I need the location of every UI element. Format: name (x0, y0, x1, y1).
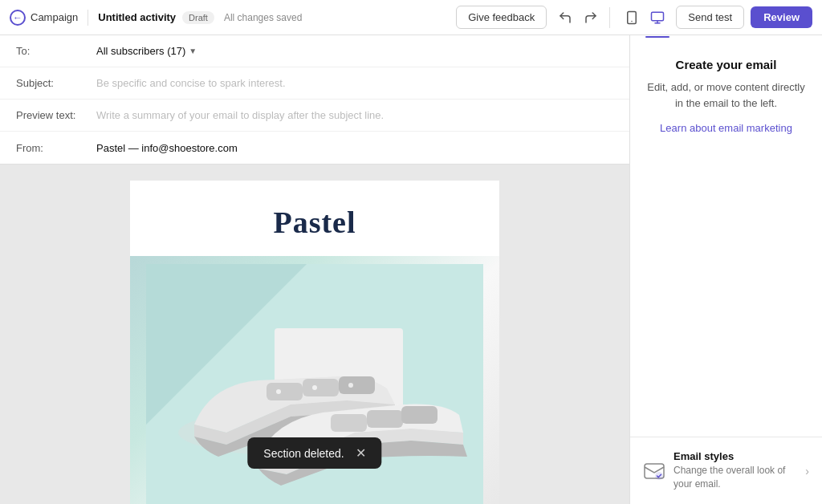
left-panel: To: All subscribers (17) ▼ Subject: Be s… (0, 35, 629, 504)
brand-name: Pastel (146, 205, 483, 240)
preview-text-row: Preview text: Write a summary of your em… (0, 100, 629, 132)
recipients-dropdown[interactable]: All subscribers (17) ▼ (96, 45, 197, 57)
chevron-right-icon: › (805, 465, 809, 478)
topbar: ← Campaign Untitled activity Draft All c… (0, 0, 822, 35)
mobile-view-button[interactable] (620, 7, 644, 28)
feedback-button[interactable]: Give feedback (456, 6, 547, 29)
subject-placeholder[interactable]: Be specific and concise to spark interes… (96, 77, 286, 89)
campaign-label: Campaign (31, 11, 78, 23)
to-row: To: All subscribers (17) ▼ (0, 35, 629, 67)
campaign-button[interactable]: ← Campaign (10, 10, 78, 26)
mobile-icon (625, 10, 639, 25)
email-styles-svg (643, 460, 665, 482)
svg-rect-9 (267, 383, 303, 400)
undo-icon (558, 10, 572, 25)
email-styles-desc: Change the overall look of your email. (673, 464, 797, 491)
from-label: From: (16, 142, 96, 154)
email-brand-header: Pastel (130, 181, 499, 256)
preview-text-label: Preview text: (16, 109, 96, 121)
redo-button[interactable] (579, 7, 603, 28)
svg-rect-11 (339, 376, 375, 394)
desktop-icon (650, 10, 665, 25)
snackbar-message: Section deleted. (263, 447, 344, 460)
right-sidebar: Create your email Edit, add, or move con… (629, 35, 822, 504)
from-row: From: Pastel — info@shoestore.com (0, 132, 629, 164)
email-styles-text: Email styles Change the overall look of … (673, 450, 797, 491)
topbar-icons (553, 7, 610, 28)
svg-point-15 (276, 389, 281, 394)
undo-button[interactable] (553, 7, 577, 28)
campaign-icon: ← (10, 10, 26, 26)
sidebar-learn-link[interactable]: Learn about email marketing (646, 122, 806, 134)
sidebar-create-desc: Edit, add, or move content directly in t… (646, 79, 806, 111)
email-form-header: To: All subscribers (17) ▼ Subject: Be s… (0, 35, 629, 165)
email-styles-title: Email styles (673, 450, 797, 462)
email-preview-wrap: Pastel (0, 165, 629, 504)
email-styles-section[interactable]: Email styles Change the overall look of … (630, 437, 822, 504)
svg-rect-13 (367, 410, 403, 428)
snackbar-close-button[interactable]: ✕ (356, 445, 366, 461)
view-toggle (620, 7, 669, 28)
subject-label: Subject: (16, 77, 96, 89)
redo-icon (584, 10, 598, 25)
email-styles-icon (643, 460, 665, 482)
preview-text-placeholder[interactable]: Write a summary of your email to display… (96, 109, 384, 121)
svg-point-17 (348, 383, 353, 388)
sidebar-create-title: Create your email (646, 58, 806, 71)
send-test-button[interactable]: Send test (676, 6, 744, 29)
svg-rect-12 (331, 414, 367, 432)
svg-point-16 (312, 385, 317, 390)
svg-rect-2 (652, 12, 664, 21)
recipients-value: All subscribers (17) (96, 45, 185, 57)
sidebar-create-section: Create your email Edit, add, or move con… (630, 35, 822, 437)
draft-badge: Draft (182, 11, 214, 24)
subject-row: Subject: Be specific and concise to spar… (0, 67, 629, 100)
from-value: Pastel — info@shoestore.com (96, 142, 238, 154)
review-button[interactable]: Review (751, 6, 812, 28)
svg-rect-10 (303, 379, 339, 396)
email-preview: Pastel (130, 181, 499, 488)
activity-title: Untitled activity (98, 11, 176, 23)
svg-rect-14 (401, 406, 437, 424)
dropdown-arrow-icon: ▼ (189, 47, 197, 55)
saved-text: All changes saved (224, 12, 302, 23)
snackbar: Section deleted. ✕ (247, 437, 381, 469)
desktop-view-button[interactable] (645, 7, 669, 28)
main-area: To: All subscribers (17) ▼ Subject: Be s… (0, 35, 822, 504)
to-label: To: (16, 45, 96, 57)
divider (87, 10, 88, 26)
